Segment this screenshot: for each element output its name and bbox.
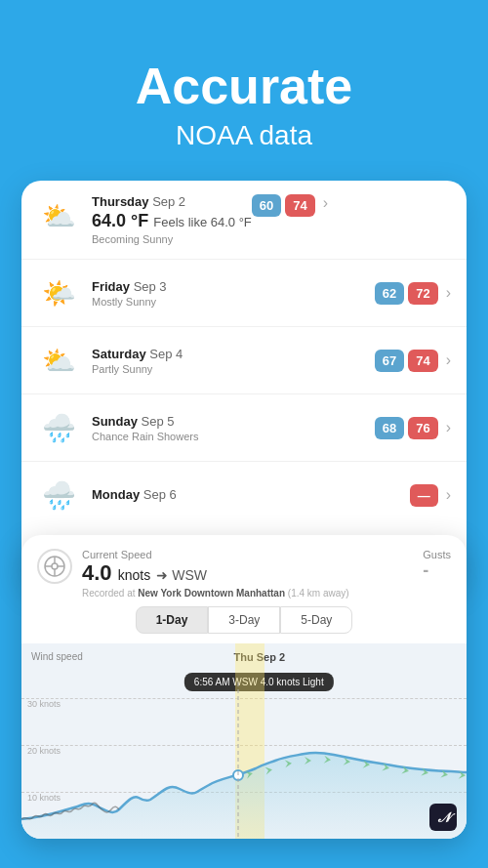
chevron-sunday[interactable]: › bbox=[446, 419, 451, 436]
wind-chart: Wind speed Thu Sep 2 6:56 AM WSW 4.0 kno… bbox=[21, 643, 467, 839]
weather-row-monday[interactable]: 🌧️ Monday Sep 6 — › bbox=[21, 462, 467, 528]
low-temp-thursday: 60 bbox=[252, 194, 281, 217]
desc-friday: Mostly Sunny bbox=[92, 296, 375, 308]
wind-label: Current Speed bbox=[82, 549, 349, 560]
high-temp-thursday: 74 bbox=[285, 194, 314, 217]
weather-icon-saturday: ⛅ bbox=[37, 339, 80, 382]
weather-row-thursday[interactable]: ⛅ Thursday Sep 2 64.0 °F Feels like 64.0… bbox=[21, 181, 467, 260]
temp-badges-friday: 62 72 bbox=[375, 282, 438, 305]
temp-badges-monday: — bbox=[410, 484, 438, 507]
svg-point-1 bbox=[52, 563, 58, 569]
wind-tabs: 1-Day 3-Day 5-Day bbox=[21, 606, 467, 643]
date-thursday: Thursday Sep 2 bbox=[92, 194, 252, 209]
wind-header: Current Speed 4.0 knots ➜ WSW Recorded a… bbox=[21, 535, 467, 606]
wind-recorded: Recorded at New York Downtown Manhattan … bbox=[82, 588, 349, 599]
wind-gusts: Gusts - bbox=[423, 549, 451, 581]
date-friday: Friday Sep 3 bbox=[92, 279, 375, 294]
weather-row-friday[interactable]: 🌤️ Friday Sep 3 Mostly Sunny 62 72 › bbox=[21, 260, 467, 327]
weather-icon-thursday: ⛅ bbox=[37, 194, 80, 237]
tab-1day[interactable]: 1-Day bbox=[136, 606, 209, 634]
wind-chart-svg bbox=[21, 682, 467, 839]
chevron-thursday[interactable]: › bbox=[323, 194, 328, 212]
temp-thursday: 64.0 °F Feels like 64.0 °F bbox=[92, 211, 252, 231]
wind-wheel-icon bbox=[37, 549, 72, 584]
date-saturday: Saturday Sep 4 bbox=[92, 347, 375, 361]
weather-row-sunday[interactable]: 🌧️ Sunday Sep 5 Chance Rain Showers 68 7… bbox=[21, 394, 467, 462]
chevron-saturday[interactable]: › bbox=[446, 351, 451, 369]
desc-thursday: Becoming Sunny bbox=[92, 233, 252, 245]
weather-icon-monday: 🌧️ bbox=[37, 474, 80, 517]
app-logo: 𝒩 bbox=[429, 804, 457, 831]
date-sunday: Sunday Sep 5 bbox=[92, 414, 375, 429]
main-title: Accurate bbox=[20, 59, 468, 114]
weather-icon-friday: 🌤️ bbox=[37, 271, 80, 314]
date-monday: Monday Sep 6 bbox=[92, 487, 410, 502]
wind-speed-card: Current Speed 4.0 knots ➜ WSW Recorded a… bbox=[21, 535, 467, 839]
desc-sunday: Chance Rain Showers bbox=[92, 431, 375, 442]
weather-row-saturday[interactable]: ⛅ Saturday Sep 4 Partly Sunny 67 74 › bbox=[21, 327, 467, 394]
temp-badges-saturday: 67 74 bbox=[375, 350, 438, 372]
main-subtitle: NOAA data bbox=[20, 120, 468, 151]
chevron-monday[interactable]: › bbox=[446, 486, 451, 504]
chevron-friday[interactable]: › bbox=[446, 284, 451, 302]
temp-badges-thursday: 60 74 bbox=[252, 194, 315, 217]
wind-speed-value: 4.0 knots ➜ WSW bbox=[82, 560, 349, 586]
tab-3day[interactable]: 3-Day bbox=[208, 606, 280, 634]
tab-5day[interactable]: 5-Day bbox=[280, 606, 352, 634]
app-header: Accurate NOAA data bbox=[0, 0, 488, 181]
temp-badges-sunday: 68 76 bbox=[375, 417, 438, 439]
weather-icon-sunday: 🌧️ bbox=[37, 406, 80, 449]
desc-saturday: Partly Sunny bbox=[92, 363, 375, 375]
weather-card: ⛅ Thursday Sep 2 64.0 °F Feels like 64.0… bbox=[21, 181, 467, 589]
